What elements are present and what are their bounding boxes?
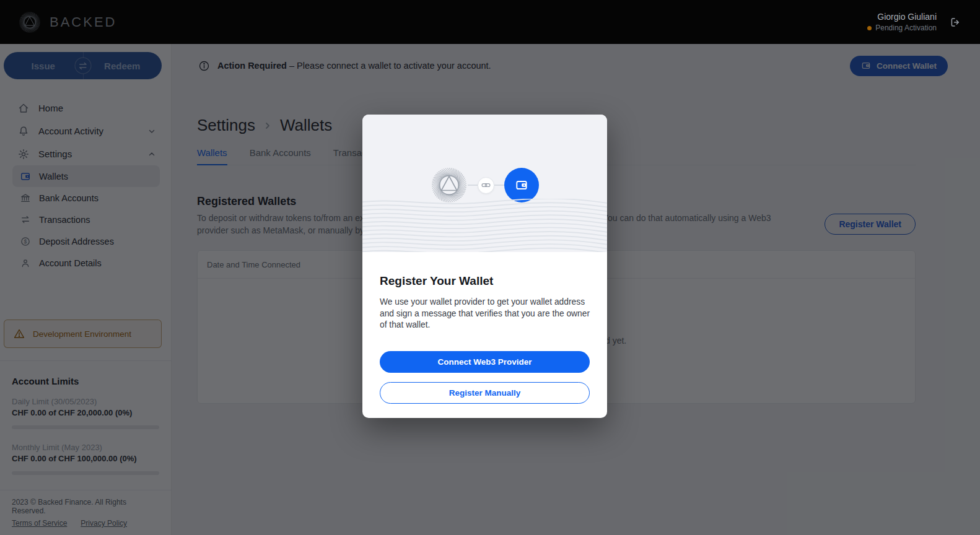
logout-button[interactable] <box>949 16 961 28</box>
connector-line <box>494 185 504 186</box>
backed-logo-icon <box>19 11 41 33</box>
modal-title: Register Your Wallet <box>380 274 590 288</box>
user-block: Giorgio Giuliani Pending Activation <box>867 12 937 32</box>
pending-status-dot <box>867 26 872 30</box>
user-status: Pending Activation <box>867 24 937 32</box>
logout-icon <box>949 16 961 28</box>
connect-web3-provider-button[interactable]: Connect Web3 Provider <box>380 351 590 373</box>
user-status-label: Pending Activation <box>875 24 937 32</box>
backed-logo-icon <box>431 167 468 204</box>
app-header: BACKED Giorgio Giuliani Pending Activati… <box>0 0 980 44</box>
register-manually-button[interactable]: Register Manually <box>380 382 590 404</box>
modal-body-text: We use your wallet provider to get your … <box>380 297 590 331</box>
link-icon <box>478 177 494 194</box>
modal-illustration <box>362 115 607 252</box>
user-name: Giorgio Giuliani <box>867 12 937 22</box>
connector-line <box>468 185 478 186</box>
wallet-icon <box>504 168 539 202</box>
register-wallet-modal: Register Your Wallet We use your wallet … <box>362 115 607 418</box>
brand: BACKED <box>19 11 116 33</box>
brand-name: BACKED <box>50 14 116 30</box>
wave-pattern <box>362 199 607 252</box>
